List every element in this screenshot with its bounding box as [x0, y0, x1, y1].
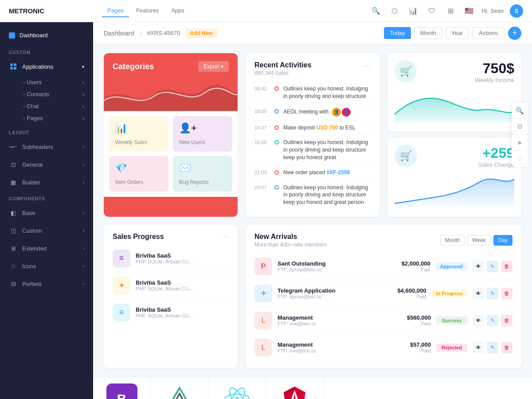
sidebar-item-subheaders[interactable]: Subheaders › — [0, 138, 93, 156]
flag-icon[interactable]: 🇺🇸 — [463, 5, 475, 17]
svg-point-11 — [235, 397, 239, 399]
activity-text: New order placed #XF-2356 — [283, 169, 371, 176]
top-right-icons: 🔍 ⬡ 📊 🛡 ⊞ 🇺🇸 Hi, Sean S — [370, 4, 523, 18]
side-icon-heart[interactable]: ♡ — [512, 151, 528, 167]
item-orders-icon: 💎 — [115, 162, 127, 174]
side-icon-send[interactable]: ➤ — [512, 135, 528, 151]
activity-text: Make deposit USD 700 to ESL — [283, 124, 371, 132]
nav-apps[interactable]: Apps — [166, 4, 190, 17]
svg-rect-4 — [10, 146, 17, 147]
sidebar-item-pages[interactable]: - Pages › — [23, 112, 93, 124]
view-button[interactable]: 👁 — [473, 315, 484, 326]
activity-item: 10:00 AEOL meeting with 👤 👤 — [254, 104, 371, 121]
sidebar-item-portlets[interactable]: ⊟ Portlets › — [0, 275, 93, 293]
actions-button[interactable]: Actions — [472, 27, 505, 39]
usd-link[interactable]: USD 700 — [317, 125, 338, 131]
arrival-paid: Paid — [391, 348, 431, 353]
sales-progress-title: Sales Progress — [113, 233, 164, 241]
side-icon-search[interactable]: 🔍 — [512, 103, 528, 119]
sidebar-item-users[interactable]: - Users › — [23, 76, 93, 88]
stats-column: 🛒 750$ Weekly Income — [387, 53, 521, 217]
search-icon[interactable]: 🔍 — [370, 5, 382, 17]
edit-button[interactable]: ✎ — [487, 342, 498, 353]
mini-card-weekly-sales[interactable]: 📊 Weekly Sales — [109, 116, 168, 152]
sidebar-item-custom[interactable]: ◫ Custom › — [0, 222, 93, 239]
framework-vue[interactable] — [151, 377, 208, 399]
view-button[interactable]: 👁 — [473, 342, 484, 353]
progress-avatar: ✦ — [113, 277, 130, 294]
mini-card-bug-reports[interactable]: ✉️ Bug Reports — [173, 156, 232, 192]
sidebar-item-builder[interactable]: ▦ Builder › — [0, 173, 93, 191]
weekly-income-label: Weekly Income — [475, 77, 514, 83]
icons-arrow: › — [83, 264, 84, 269]
na-month-button[interactable]: Month — [440, 235, 465, 246]
progress-sub: PHP, SQLite, Artisan CLi... — [136, 313, 229, 318]
delete-button[interactable]: 🗑 — [501, 342, 512, 353]
period-today-button[interactable]: Today — [384, 27, 411, 39]
arrival-paid: Paid — [391, 321, 431, 326]
sidebar-item-extended[interactable]: ⊞ Extended › — [0, 239, 93, 257]
add-new-button[interactable]: Add New — [185, 28, 217, 38]
na-week-button[interactable]: Week — [467, 235, 490, 246]
icons-icon: ☆ — [9, 262, 18, 270]
mini-card-item-orders[interactable]: 💎 Item Orders — [109, 156, 168, 192]
sidebar-item-general[interactable]: ⊡ General › — [0, 156, 93, 173]
chart-icon[interactable]: 📊 — [407, 5, 419, 17]
nav-features[interactable]: Features — [131, 4, 164, 17]
grid-icon[interactable]: ⊞ — [444, 5, 457, 17]
delete-button[interactable]: 🗑 — [501, 315, 512, 326]
export-button[interactable]: Export ▾ — [198, 61, 229, 72]
sidebar-item-applications[interactable]: Applications ▾ — [0, 58, 93, 75]
network-icon[interactable]: ⬡ — [388, 5, 401, 17]
arrival-price: $4,600,000 — [386, 287, 426, 294]
sales-progress-header: Sales Progress ··· — [104, 225, 238, 245]
sales-progress-more[interactable]: ··· — [223, 233, 229, 241]
sidebar-item-chat[interactable]: - Chat › — [23, 100, 93, 112]
edit-button[interactable]: ✎ — [487, 315, 498, 326]
edit-button[interactable]: ✎ — [487, 288, 498, 299]
view-button[interactable]: 👁 — [473, 288, 484, 299]
mini-cards-grid: 📊 Weekly Sales 👤+ New Users 💎 Item Order… — [104, 111, 238, 197]
mini-card-new-users[interactable]: 👤+ New Users — [173, 116, 232, 152]
add-button[interactable]: + — [508, 27, 521, 40]
arrival-actions: 👁 ✎ 🗑 — [473, 288, 512, 299]
arrival-sub: FTP: row@bnc.cc — [278, 348, 386, 353]
new-arrivals-subtitle: More than 400+ new members — [254, 242, 327, 248]
user-avatar[interactable]: S — [510, 4, 523, 18]
period-month-button[interactable]: Month — [415, 27, 442, 39]
view-button[interactable]: 👁 — [473, 261, 484, 272]
activities-subtitle: 890,344 Sales — [254, 70, 311, 76]
side-icon-gear[interactable]: ⚙ — [512, 119, 528, 135]
income-icon: 🛒 — [400, 66, 412, 77]
income-chart — [395, 88, 514, 123]
na-day-button[interactable]: Day — [493, 235, 512, 246]
order-link[interactable]: #XF-2356 — [326, 169, 350, 176]
arrival-sub: FTP: bprow@bnc.cc — [278, 294, 381, 299]
extended-arrow: › — [83, 246, 84, 251]
framework-angular[interactable] — [266, 377, 324, 399]
sidebar-item-base[interactable]: ◧ Base › — [0, 204, 93, 222]
dashboard-label: Dashboard — [20, 32, 48, 39]
activities-more[interactable]: ··· — [364, 61, 371, 70]
shield-icon[interactable]: 🛡 — [426, 5, 438, 17]
nav-pages[interactable]: Pages — [102, 4, 129, 17]
delete-button[interactable]: 🗑 — [501, 288, 512, 299]
applications-icon — [9, 62, 18, 71]
progress-item: ✦ Briviba SaaS PHP, SQLite, Artisan CLi.… — [113, 272, 229, 299]
avatars: 👤 👤 — [332, 108, 351, 117]
delete-button[interactable]: 🗑 — [501, 261, 512, 272]
new-arrivals-header: New Arrivals More than 400+ new members … — [246, 225, 521, 250]
framework-react[interactable] — [208, 377, 266, 399]
arrival-sub: FTP: bprow@bnc.cc — [278, 267, 385, 272]
edit-button[interactable]: ✎ — [487, 261, 498, 272]
sidebar-item-icons[interactable]: ☆ Icons › — [0, 257, 93, 275]
new-arrivals-title: New Arrivals — [254, 233, 327, 241]
sidebar-item-contacts[interactable]: - Contacts › — [23, 88, 93, 100]
dashboard-icon — [9, 32, 15, 39]
sidebar-dashboard[interactable]: Dashboard — [0, 27, 93, 43]
main-grid: Categories Export ▾ 📊 — [93, 44, 532, 377]
activity-dot-blue — [274, 109, 279, 113]
portlets-icon: ⊟ — [9, 279, 18, 288]
framework-bootstrap[interactable]: B — [93, 377, 151, 399]
period-year-button[interactable]: Year — [446, 27, 469, 39]
